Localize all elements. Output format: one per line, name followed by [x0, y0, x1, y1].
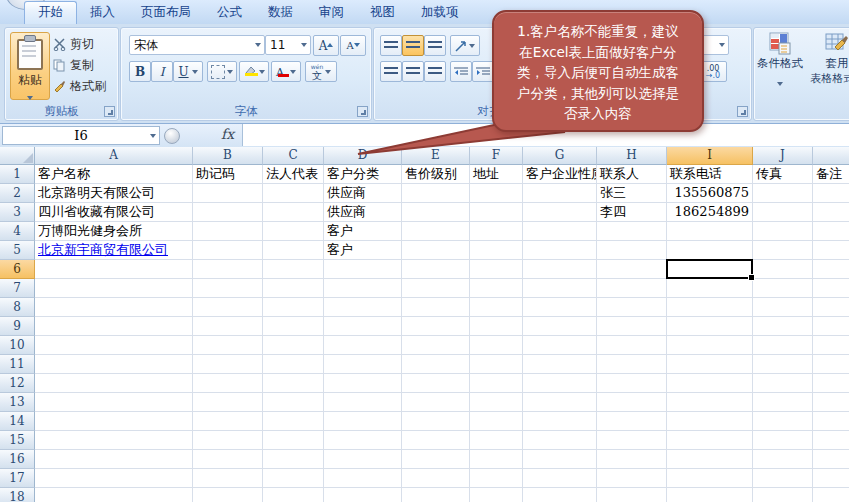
ribbon-tab-5[interactable]: 数据 [255, 1, 306, 24]
cell-B2[interactable] [193, 184, 263, 203]
cell-K5[interactable] [813, 241, 849, 260]
cell-E6[interactable] [402, 260, 470, 279]
cell-D1[interactable]: 客户分类 [324, 165, 402, 184]
cell-F2[interactable] [470, 184, 523, 203]
cell-A12[interactable] [35, 374, 193, 393]
font-name-combo[interactable]: 宋体 [129, 35, 265, 55]
cell-J6[interactable] [753, 260, 813, 279]
cell-H5[interactable] [597, 241, 667, 260]
cell-J5[interactable] [753, 241, 813, 260]
cell-J7[interactable] [753, 279, 813, 298]
cell-C11[interactable] [263, 355, 324, 374]
cell-D18[interactable] [324, 488, 402, 502]
cell-K12[interactable] [813, 374, 849, 393]
cell-E16[interactable] [402, 450, 470, 469]
cell-B5[interactable] [193, 241, 263, 260]
cell-I5[interactable] [667, 241, 753, 260]
cell-F7[interactable] [470, 279, 523, 298]
cell-C1[interactable]: 法人代表 [263, 165, 324, 184]
cell-C4[interactable] [263, 222, 324, 241]
cell-A1[interactable]: 客户名称 [35, 165, 193, 184]
cell-A4[interactable]: 万博阳光健身会所 [35, 222, 193, 241]
cell-F5[interactable] [470, 241, 523, 260]
cell-J14[interactable] [753, 412, 813, 431]
cell-F6[interactable] [470, 260, 523, 279]
cell-A13[interactable] [35, 393, 193, 412]
cell-G4[interactable] [523, 222, 597, 241]
ribbon-tab-7[interactable]: 视图 [357, 1, 408, 24]
cell-D14[interactable] [324, 412, 402, 431]
copy-button[interactable]: 复制 [53, 56, 94, 75]
cell-I3[interactable]: 186254899 [667, 203, 753, 222]
cell-F16[interactable] [470, 450, 523, 469]
cell-G11[interactable] [523, 355, 597, 374]
cell-H16[interactable] [597, 450, 667, 469]
cell-F14[interactable] [470, 412, 523, 431]
name-box-dropdown-icon[interactable] [150, 134, 156, 138]
row-header-13[interactable]: 13 [0, 393, 35, 412]
cell-C17[interactable] [263, 469, 324, 488]
cell-H7[interactable] [597, 279, 667, 298]
cell-A14[interactable] [35, 412, 193, 431]
cell-H18[interactable] [597, 488, 667, 502]
cell-I18[interactable] [667, 488, 753, 502]
cell-D11[interactable] [324, 355, 402, 374]
align-center-button[interactable] [402, 61, 424, 82]
cell-F1[interactable]: 地址 [470, 165, 523, 184]
row-header-11[interactable]: 11 [0, 355, 35, 374]
cell-F4[interactable] [470, 222, 523, 241]
cell-C14[interactable] [263, 412, 324, 431]
cell-G5[interactable] [523, 241, 597, 260]
cell-K9[interactable] [813, 317, 849, 336]
cell-B16[interactable] [193, 450, 263, 469]
cell-A10[interactable] [35, 336, 193, 355]
cell-G3[interactable] [523, 203, 597, 222]
cell-B6[interactable] [193, 260, 263, 279]
cell-G13[interactable] [523, 393, 597, 412]
cell-B14[interactable] [193, 412, 263, 431]
cell-E3[interactable] [402, 203, 470, 222]
col-header-C[interactable]: C [263, 147, 324, 165]
align-middle-button[interactable] [402, 35, 424, 56]
cell-H8[interactable] [597, 298, 667, 317]
insert-function-button[interactable]: fx [221, 126, 234, 142]
cell-D13[interactable] [324, 393, 402, 412]
cell-G17[interactable] [523, 469, 597, 488]
cell-F9[interactable] [470, 317, 523, 336]
cell-G18[interactable] [523, 488, 597, 502]
row-header-16[interactable]: 16 [0, 450, 35, 469]
cell-K6[interactable] [813, 260, 849, 279]
cell-E15[interactable] [402, 431, 470, 450]
cell-D15[interactable] [324, 431, 402, 450]
row-header-2[interactable]: 2 [0, 184, 35, 203]
row-header-18[interactable]: 18 [0, 488, 35, 502]
cell-A2[interactable]: 北京路明天有限公司 [35, 184, 193, 203]
cell-H9[interactable] [597, 317, 667, 336]
cell-K4[interactable] [813, 222, 849, 241]
orientation-button[interactable] [450, 35, 480, 56]
cell-C7[interactable] [263, 279, 324, 298]
col-header-H[interactable]: H [597, 147, 667, 165]
cell-B12[interactable] [193, 374, 263, 393]
cell-H1[interactable]: 联系人 [597, 165, 667, 184]
clipboard-dialog-launcher[interactable] [104, 106, 115, 117]
cell-I15[interactable] [667, 431, 753, 450]
align-right-button[interactable] [424, 61, 446, 82]
cell-J17[interactable] [753, 469, 813, 488]
cell-A18[interactable] [35, 488, 193, 502]
active-cell-selection[interactable] [666, 259, 753, 279]
cell-G7[interactable] [523, 279, 597, 298]
cell-G2[interactable] [523, 184, 597, 203]
cell-G8[interactable] [523, 298, 597, 317]
font-size-combo[interactable]: 11 [265, 35, 311, 55]
cell-K3[interactable] [813, 203, 849, 222]
ribbon-tab-8[interactable]: 加载项 [408, 1, 472, 24]
cell-I2[interactable]: 135560875 [667, 184, 753, 203]
cell-H6[interactable] [597, 260, 667, 279]
paste-button[interactable]: 粘贴 [10, 32, 50, 100]
cell-J4[interactable] [753, 222, 813, 241]
phonetic-guide-button[interactable]: wén 文 [305, 61, 337, 82]
cell-C15[interactable] [263, 431, 324, 450]
cut-button[interactable]: 剪切 [53, 35, 94, 54]
cell-I1[interactable]: 联系电话 [667, 165, 753, 184]
